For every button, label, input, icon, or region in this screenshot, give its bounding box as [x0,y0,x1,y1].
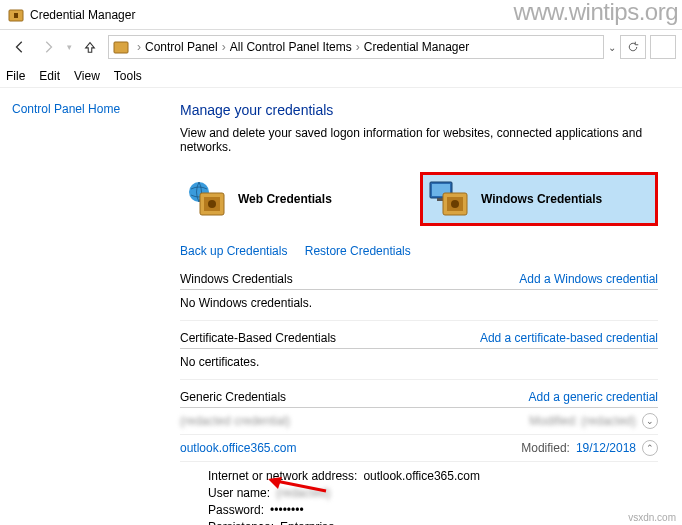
section-title: Generic Credentials [180,390,286,404]
page-subtitle: View and delete your saved logon informa… [180,126,658,154]
chevron-right-icon: › [133,40,145,54]
address-dropdown[interactable]: ⌄ [608,42,616,53]
section-title: Windows Credentials [180,272,293,286]
breadcrumb-item[interactable]: Credential Manager [364,40,469,54]
chevron-up-icon[interactable]: ⌃ [642,440,658,456]
detail-persist-label: Persistence: [208,520,274,525]
svg-point-6 [208,200,216,208]
breadcrumb-item[interactable]: All Control Panel Items [230,40,352,54]
credential-modified-label: Modified: [521,441,570,455]
section-cert-header: Certificate-Based Credentials Add a cert… [180,331,658,349]
title-bar: Credential Manager [0,0,682,30]
chevron-right-icon: › [218,40,230,54]
sidebar: Control Panel Home [0,88,170,525]
section-empty-text: No certificates. [180,349,658,380]
monitor-safe-icon [427,179,471,219]
svg-point-12 [451,200,459,208]
credential-modified-date[interactable]: 19/12/2018 [576,441,636,455]
add-generic-credential-link[interactable]: Add a generic credential [529,390,658,404]
chevron-down-icon[interactable]: ⌄ [642,413,658,429]
section-title: Certificate-Based Credentials [180,331,336,345]
detail-user-label: User name: [208,486,270,500]
window-title: Credential Manager [30,8,135,22]
breadcrumb[interactable]: › Control Panel › All Control Panel Item… [108,35,604,59]
main-content: Manage your credentials View and delete … [170,88,682,525]
credential-detail: Internet or network address:outlook.offi… [180,462,658,525]
add-cert-credential-link[interactable]: Add a certificate-based credential [480,331,658,345]
add-windows-credential-link[interactable]: Add a Windows credential [519,272,658,286]
recent-dropdown[interactable]: ▾ [62,33,76,61]
detail-addr-label: Internet or network address: [208,469,357,483]
sidebar-home-link[interactable]: Control Panel Home [12,102,120,116]
forward-button[interactable] [34,33,62,61]
credential-modified: Modified: (redacted) [529,414,636,428]
tab-label: Web Credentials [238,192,332,206]
tab-windows-credentials[interactable]: Windows Credentials [420,172,658,226]
refresh-button[interactable] [620,35,646,59]
menu-tools[interactable]: Tools [114,69,142,83]
section-empty-text: No Windows credentials. [180,290,658,321]
detail-pass-label: Password: [208,503,264,517]
tab-web-credentials[interactable]: Web Credentials [180,172,412,226]
detail-pass-value: •••••••• [270,503,304,517]
section-windows-header: Windows Credentials Add a Windows creden… [180,272,658,290]
svg-rect-1 [14,13,18,18]
restore-link[interactable]: Restore Credentials [305,244,411,258]
breadcrumb-icon [113,39,129,55]
globe-safe-icon [184,179,228,219]
search-button[interactable] [650,35,676,59]
back-button[interactable] [6,33,34,61]
credential-name: (redacted credential) [180,414,290,428]
up-button[interactable] [76,33,104,61]
chevron-right-icon: › [352,40,364,54]
app-icon [8,7,24,23]
detail-user-value: (redacted) [276,486,331,500]
menu-bar: File Edit View Tools [0,64,682,88]
credential-row[interactable]: (redacted credential) Modified: (redacte… [180,408,658,435]
detail-persist-value: Enterprise [280,520,335,525]
credential-name[interactable]: outlook.office365.com [180,441,297,455]
svg-rect-2 [114,42,128,53]
backup-link[interactable]: Back up Credentials [180,244,287,258]
nav-bar: ▾ › Control Panel › All Control Panel It… [0,30,682,64]
section-generic-header: Generic Credentials Add a generic creden… [180,390,658,408]
menu-view[interactable]: View [74,69,100,83]
page-heading: Manage your credentials [180,102,658,118]
backup-restore-links: Back up Credentials Restore Credentials [180,244,658,258]
breadcrumb-item[interactable]: Control Panel [145,40,218,54]
menu-file[interactable]: File [6,69,25,83]
credential-row-expanded[interactable]: outlook.office365.com Modified: 19/12/20… [180,435,658,462]
menu-edit[interactable]: Edit [39,69,60,83]
tab-label: Windows Credentials [481,192,602,206]
detail-addr-value: outlook.office365.com [363,469,480,483]
